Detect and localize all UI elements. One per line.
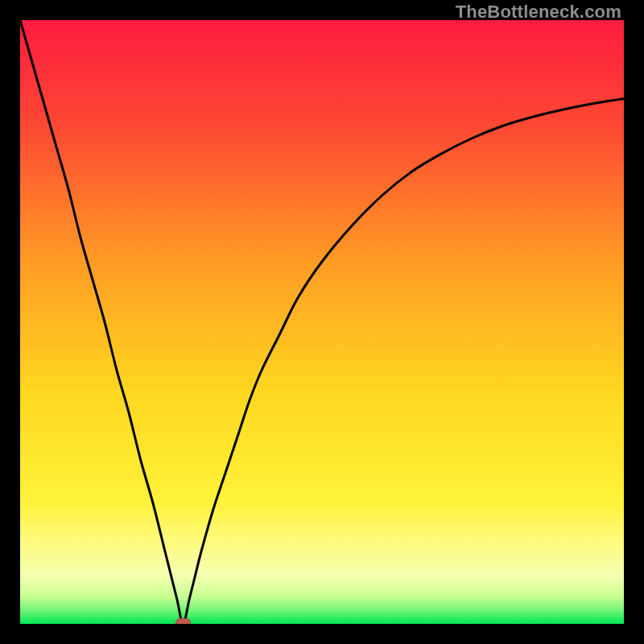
curve-svg — [20, 20, 624, 624]
plot-area — [20, 20, 624, 624]
watermark-text: TheBottleneck.com — [456, 2, 621, 23]
optimal-point-marker — [175, 618, 192, 624]
chart-frame: TheBottleneck.com — [0, 0, 644, 644]
bottleneck-curve — [20, 20, 624, 624]
